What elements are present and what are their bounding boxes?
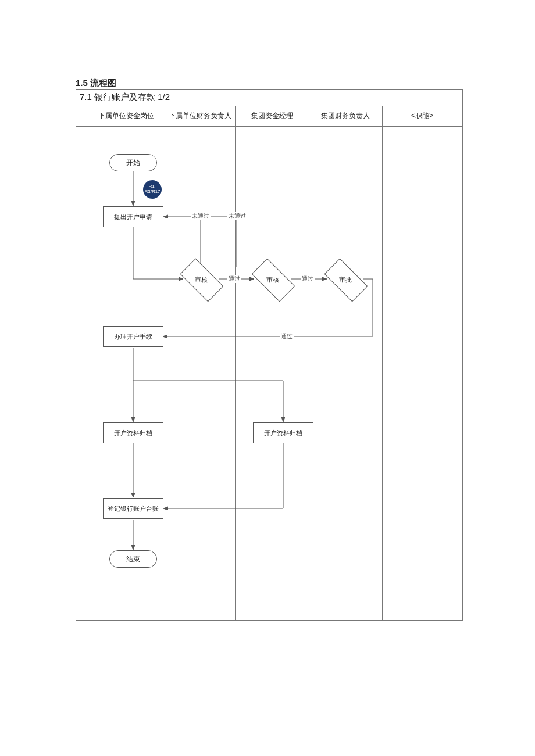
lane-divider — [309, 106, 309, 620]
lane-header-separator — [76, 126, 462, 127]
lane-divider — [382, 106, 383, 620]
flowchart-frame: 7.1 银行账户及存款 1/2 下属单位资金岗位 下属单位财务负责人 集团资金经… — [76, 89, 463, 621]
lane-divider — [88, 106, 88, 620]
edge-pass-3: 通过 — [280, 332, 294, 341]
edge-pass-1: 通过 — [227, 275, 241, 283]
edge-pass-2: 通过 — [301, 275, 315, 283]
lane-header-3: 集团资金经理 — [235, 106, 309, 126]
lane-divider — [235, 106, 236, 620]
process-ledger: 登记银行账户台账 — [103, 498, 163, 519]
lane-header-2: 下属单位财务负责人 — [165, 106, 235, 126]
process-archive-2: 开户资料归档 — [253, 422, 313, 443]
edge-fail-2: 未通过 — [227, 212, 247, 220]
decision-approve — [324, 259, 368, 302]
lane-divider — [165, 106, 165, 620]
process-handle: 办理开户手续 — [103, 326, 163, 347]
section-heading: 1.5 流程图 — [76, 78, 116, 89]
lane-header-1: 下属单位资金岗位 — [88, 106, 165, 126]
process-apply: 提出开户申请 — [103, 206, 163, 227]
process-archive-1: 开户资料归档 — [103, 422, 163, 443]
rule-badge: R1-R3/R17 — [143, 180, 162, 199]
end-node: 结束 — [109, 550, 157, 568]
flowchart-title: 7.1 银行账户及存款 1/2 — [76, 90, 462, 106]
edge-fail-1: 未通过 — [191, 212, 211, 220]
lane-header-5: <职能> — [382, 106, 462, 126]
decision-review-1 — [180, 259, 224, 302]
start-node: 开始 — [109, 154, 157, 171]
decision-review-2 — [252, 259, 295, 302]
lane-header-4: 集团财务负责人 — [309, 106, 382, 126]
